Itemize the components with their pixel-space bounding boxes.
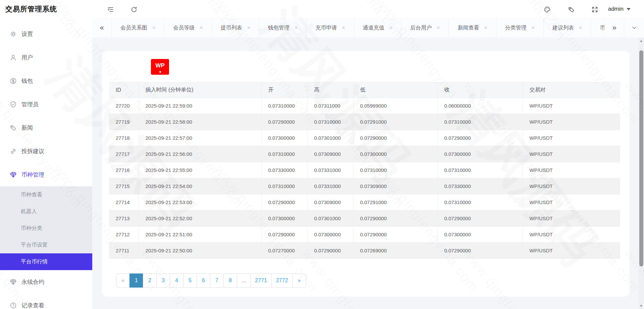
table-body: 277202025-09-21 22:59:000.073100000.0731… xyxy=(109,98,620,259)
fullscreen-icon[interactable] xyxy=(591,6,598,13)
tab-item[interactable]: 后台用户× xyxy=(401,18,449,38)
page-button[interactable]: 7 xyxy=(210,273,224,288)
table-cell: 27717 xyxy=(109,146,139,162)
tab-close-icon[interactable]: × xyxy=(342,25,345,31)
sidebar-subitem-3[interactable]: 币种分类 xyxy=(0,220,92,237)
table-cell: 0.07330000 xyxy=(437,178,523,194)
top-header: 交易所管理系统 admin xyxy=(0,0,644,18)
page-button[interactable]: 8 xyxy=(223,273,237,288)
tab-close-icon[interactable]: × xyxy=(437,25,440,31)
tab-label: 通道充值 xyxy=(363,24,384,32)
sidebar-item-2[interactable]: 用户 xyxy=(0,46,92,69)
sidebar-item-4[interactable]: 管理员 xyxy=(0,92,92,116)
vertical-scrollbar[interactable]: ▲ ▼ xyxy=(638,38,644,309)
table-cell: WP/USDT xyxy=(523,98,620,114)
gem-icon xyxy=(9,171,17,178)
table-cell: 0.07290000 xyxy=(353,227,437,243)
tab-label: 会员关系图 xyxy=(120,24,147,32)
table-cell: 27714 xyxy=(109,194,139,210)
page-button[interactable]: 3 xyxy=(156,273,170,288)
tab-close-icon[interactable]: × xyxy=(247,25,250,31)
tab-item[interactable]: 币种 xyxy=(591,18,604,38)
sidebar-item-label: 币种管理 xyxy=(21,171,44,179)
table-row: 277122025-09-21 22:51:000.072900000.0730… xyxy=(109,227,620,243)
tab-close-icon[interactable]: × xyxy=(152,25,155,31)
page-next-button[interactable]: » xyxy=(292,273,306,288)
tab-item[interactable]: 新闻查看× xyxy=(449,18,496,38)
sidebar-item-5[interactable]: 新闻 xyxy=(0,116,92,139)
pair-tab-wp-button[interactable]: WP xyxy=(151,59,169,75)
table-cell: WP/USDT xyxy=(523,162,620,178)
table-cell: 0.07290000 xyxy=(307,243,353,259)
tab-bar: « 会员关系图×会员等级×提币列表×钱包管理×充币申请×通道充值×后台用户×新闻… xyxy=(92,18,644,38)
column-header: 交易对 xyxy=(523,82,620,98)
sidebar-subitem-5[interactable]: 平台币行情 xyxy=(0,253,92,270)
table-row: 277132025-09-21 22:52:000.073000000.0730… xyxy=(109,210,620,227)
tab-item[interactable]: 会员等级× xyxy=(164,18,212,38)
sidebar-item-8[interactable]: 永续合约 xyxy=(0,270,92,294)
tab-close-icon[interactable]: × xyxy=(579,25,582,31)
tab-close-icon[interactable]: × xyxy=(389,25,392,31)
tab-close-icon[interactable]: × xyxy=(294,25,298,31)
page-button[interactable]: 2772 xyxy=(271,273,293,288)
sidebar: 设置用户钱包管理员新闻投拆建议币种管理币种查看机器人币种分类平台币设置平台币行情… xyxy=(0,18,92,309)
table-cell: 2025-09-21 22:52:00 xyxy=(139,210,261,227)
tab-label: 币种 xyxy=(600,24,604,32)
sidebar-item-3[interactable]: 钱包 xyxy=(0,69,92,92)
collapse-sidebar-icon[interactable] xyxy=(107,6,114,13)
theme-palette-icon[interactable] xyxy=(543,6,551,13)
tab-close-icon[interactable]: × xyxy=(532,25,535,31)
scroll-up-arrow-icon[interactable]: ▲ xyxy=(638,39,644,43)
page-button[interactable]: 2771 xyxy=(250,273,272,288)
tabs-dropdown-button[interactable] xyxy=(624,18,644,38)
tag-icon xyxy=(9,124,17,131)
tab-item[interactable]: 钱包管理× xyxy=(259,18,307,38)
table-cell: 0.07301000 xyxy=(307,210,353,227)
page-button[interactable]: 1 xyxy=(129,273,143,288)
table-cell: 0.07310000 xyxy=(437,162,523,178)
sidebar-subitem-4[interactable]: 平台币设置 xyxy=(0,237,92,253)
page-prev-button[interactable]: « xyxy=(116,273,130,288)
tabs-scroll-left-button[interactable]: « xyxy=(92,18,112,38)
tab-item[interactable]: 会员关系图× xyxy=(112,18,164,38)
table-cell: WP/USDT xyxy=(523,243,620,259)
page-button[interactable]: 4 xyxy=(170,273,183,288)
sidebar-item-1[interactable]: 设置 xyxy=(0,22,92,46)
sidebar-submenu: 币种查看机器人币种分类平台币设置平台币行情 xyxy=(0,186,92,270)
table-cell: 0.05999000 xyxy=(353,98,437,114)
table-cell: 0.07309000 xyxy=(307,146,353,162)
page-button[interactable]: 6 xyxy=(197,273,210,288)
refresh-icon[interactable] xyxy=(130,6,138,13)
page-button[interactable]: 2 xyxy=(143,273,157,288)
table-cell: WP/USDT xyxy=(523,178,620,194)
tag-icon[interactable] xyxy=(568,6,575,13)
sidebar-item-9[interactable]: 记录查看 xyxy=(0,294,92,309)
tab-close-icon[interactable]: × xyxy=(200,25,203,31)
tabs-scroll-right-button[interactable]: » xyxy=(604,18,624,38)
table-row: 277112025-09-21 22:50:000.072700000.0729… xyxy=(109,243,620,259)
tab-label: 会员等级 xyxy=(173,24,195,32)
tab-close-icon[interactable]: × xyxy=(484,25,487,31)
admin-dropdown[interactable]: admin xyxy=(608,0,631,18)
tab-item[interactable]: 通道充值× xyxy=(354,18,401,38)
table-row: 277192025-09-21 22:58:000.072900000.0731… xyxy=(109,114,620,130)
table-cell: 2025-09-21 22:58:00 xyxy=(139,114,261,130)
table-cell: 2025-09-21 22:51:00 xyxy=(139,227,261,243)
column-header: 收 xyxy=(437,82,523,98)
sidebar-subitem-1[interactable]: 币种查看 xyxy=(0,186,92,203)
table-cell: 0.07309000 xyxy=(307,194,353,210)
page-button[interactable]: 5 xyxy=(183,273,197,288)
table-cell: 0.07309000 xyxy=(353,178,437,194)
tab-item[interactable]: 建议列表× xyxy=(544,18,591,38)
tab-item[interactable]: 充币申请× xyxy=(307,18,354,38)
link-icon xyxy=(9,147,17,155)
tab-item[interactable]: 提币列表× xyxy=(212,18,259,38)
scrollbar-thumb[interactable] xyxy=(639,50,643,266)
sidebar-item-6[interactable]: 投拆建议 xyxy=(0,139,92,163)
sidebar-subitem-2[interactable]: 机器人 xyxy=(0,203,92,220)
table-cell: 0.07290000 xyxy=(353,130,437,146)
sidebar-item-7[interactable]: 币种管理 xyxy=(0,163,92,186)
tab-item[interactable]: 分类管理× xyxy=(496,18,544,38)
table-cell: 2025-09-21 22:53:00 xyxy=(139,194,261,210)
scroll-down-arrow-icon[interactable]: ▼ xyxy=(638,304,644,308)
